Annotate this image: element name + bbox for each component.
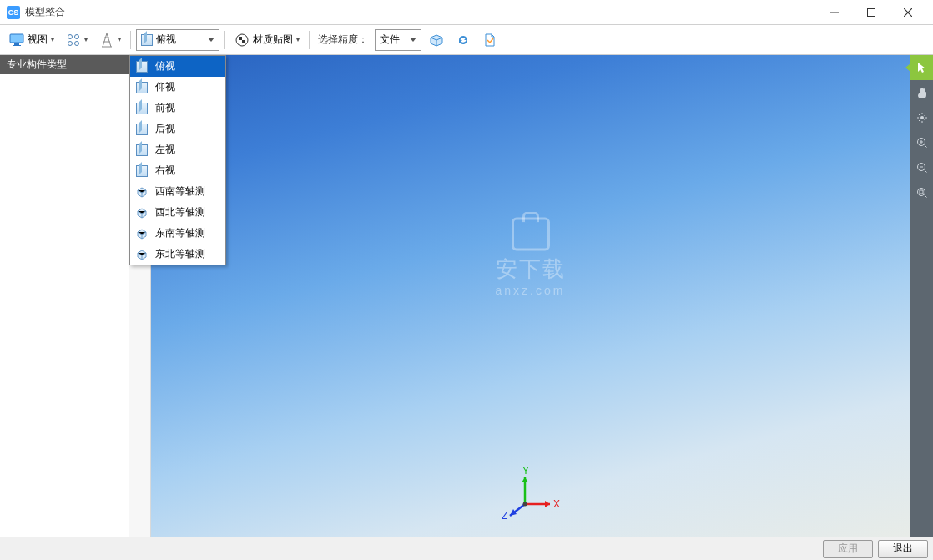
svg-point-20 [522, 502, 527, 507]
cube-icon [141, 34, 153, 46]
precision-label: 选择精度： [315, 33, 371, 47]
right-toolbar [910, 55, 933, 537]
viewport-wrap: 安下载 anxz.com X Y Z [129, 55, 933, 537]
svg-point-5 [75, 34, 79, 38]
iso-icon [135, 206, 149, 219]
menu-item-right-view[interactable]: 右视 [130, 160, 225, 181]
chevron-down-icon: ▾ [118, 36, 121, 43]
svg-rect-25 [920, 190, 923, 194]
cube-icon [135, 102, 149, 115]
file-dropdown-label: 文件 [380, 33, 406, 47]
titlebar: CS 模型整合 [0, 0, 933, 25]
menu-item-top-view[interactable]: 俯视 [130, 56, 225, 77]
menu-item-sw-iso[interactable]: 西南等轴测 [130, 181, 225, 202]
separator [224, 31, 225, 49]
chevron-down-icon: ▾ [84, 36, 88, 43]
tower-button[interactable]: ▾ [95, 28, 125, 52]
separator [309, 31, 310, 49]
grid-button[interactable]: ▾ [62, 28, 92, 52]
menu-item-se-iso[interactable]: 东南等轴测 [130, 223, 225, 244]
zoom-window-tool[interactable] [910, 180, 933, 205]
separator [130, 31, 131, 49]
menu-item-label: 西南等轴测 [155, 184, 205, 199]
minimize-button[interactable] [816, 1, 853, 24]
document-icon [482, 33, 497, 48]
file-dropdown[interactable]: 文件 [375, 29, 421, 51]
menu-item-label: 东南等轴测 [155, 226, 205, 240]
svg-point-4 [68, 34, 73, 38]
window-title: 模型整合 [25, 5, 816, 19]
chevron-down-icon: ▾ [51, 36, 54, 43]
cube-icon [135, 60, 149, 73]
menu-item-bottom-view[interactable]: 仰视 [130, 77, 225, 98]
view-orientation-label: 俯视 [156, 33, 204, 47]
cube-icon [135, 144, 149, 157]
zoom-out-tool[interactable] [910, 155, 933, 180]
material-button[interactable]: 材质贴图 ▾ [230, 28, 304, 52]
maximize-button[interactable] [853, 1, 890, 24]
document-button[interactable] [478, 28, 502, 52]
svg-point-24 [917, 189, 925, 196]
svg-text:X: X [553, 498, 560, 510]
menu-item-label: 俯视 [155, 59, 175, 73]
iso-icon [135, 227, 149, 240]
iso-icon [135, 248, 149, 261]
watermark-line1: 安下载 [496, 255, 566, 284]
sidebar-header: 专业构件类型 [0, 55, 129, 74]
viewport-3d[interactable]: 安下载 anxz.com X Y Z [151, 55, 910, 537]
material-button-label: 材质贴图 [253, 33, 293, 47]
apply-button[interactable]: 应用 [823, 540, 873, 558]
zoom-in-tool[interactable] [910, 130, 933, 155]
dropdown-arrow-icon [208, 38, 214, 42]
menu-item-label: 东北等轴测 [155, 247, 205, 261]
svg-text:Z: Z [502, 510, 507, 522]
menu-item-label: 右视 [155, 164, 175, 178]
svg-rect-1 [10, 34, 23, 43]
box-icon [429, 33, 444, 48]
view-orientation-menu[interactable]: 俯视 仰视 前视 后视 左视 右视 西南等轴测 西北等轴测 东南等轴测 东北等轴… [129, 55, 226, 265]
hand-tool[interactable] [910, 80, 933, 105]
exit-button[interactable]: 退出 [878, 540, 928, 558]
cube-icon [135, 123, 149, 136]
refresh-icon [456, 33, 471, 48]
checker-icon [235, 33, 250, 48]
bag-icon [512, 218, 550, 251]
view-button[interactable]: 视图 ▾ [5, 28, 58, 52]
monitor-icon [9, 33, 24, 48]
menu-item-ne-iso[interactable]: 东北等轴测 [130, 244, 225, 265]
tower-icon [99, 33, 114, 48]
menu-item-nw-iso[interactable]: 西北等轴测 [130, 202, 225, 223]
menu-item-back-view[interactable]: 后视 [130, 119, 225, 139]
menu-item-label: 左视 [155, 143, 175, 157]
menu-item-label: 西北等轴测 [155, 205, 205, 219]
menu-item-label: 仰视 [155, 80, 175, 94]
menu-item-front-view[interactable]: 前视 [130, 98, 225, 119]
grid-icon [66, 33, 81, 48]
svg-point-7 [75, 41, 79, 45]
cube-icon [135, 81, 149, 94]
svg-rect-0 [868, 8, 875, 16]
menu-item-left-view[interactable]: 左视 [130, 139, 225, 160]
sidebar-body[interactable] [0, 74, 129, 537]
toolbar: 视图 ▾ ▾ ▾ 俯视 材质贴图 ▾ 选择精度： 文件 [0, 25, 933, 55]
view-button-label: 视图 [28, 33, 48, 47]
svg-rect-3 [13, 45, 21, 46]
watermark-line2: anxz.com [496, 284, 566, 297]
footer: 应用 退出 [0, 537, 933, 560]
close-button[interactable] [890, 1, 926, 24]
svg-marker-12 [545, 501, 550, 507]
select-tool[interactable] [910, 55, 933, 80]
watermark: 安下载 anxz.com [496, 218, 566, 297]
svg-point-21 [920, 116, 924, 119]
rotate-tool[interactable] [910, 105, 933, 130]
menu-item-label: 后视 [155, 122, 175, 136]
view-orientation-dropdown[interactable]: 俯视 [136, 29, 219, 51]
refresh-button[interactable] [451, 28, 475, 52]
svg-marker-15 [522, 477, 528, 482]
svg-rect-2 [14, 43, 19, 45]
iso-icon [135, 185, 149, 199]
dropdown-arrow-icon [410, 38, 416, 42]
app-logo-icon: CS [7, 6, 20, 19]
box-tool-button[interactable] [425, 28, 448, 52]
svg-point-8 [236, 34, 248, 46]
